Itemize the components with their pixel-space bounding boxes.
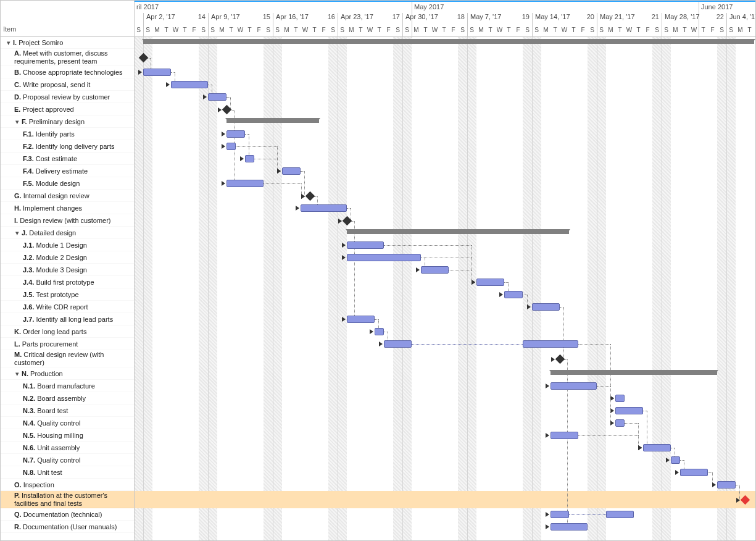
day-cell: S <box>328 24 338 36</box>
expand-caret-icon[interactable]: ▾ <box>6 38 12 46</box>
task-bar[interactable] <box>476 279 504 286</box>
task-row[interactable]: ▾F. Preliminary design <box>1 115 134 128</box>
task-row[interactable]: H. Implement changes <box>1 202 134 214</box>
summary-bar[interactable] <box>226 118 319 123</box>
task-row[interactable]: N.6. Unit assembly <box>1 442 134 454</box>
task-bar[interactable] <box>523 340 578 348</box>
task-label: ▾J. Detailed design <box>1 229 134 237</box>
task-row[interactable]: A. Meet with customer, discuss requireme… <box>1 49 134 66</box>
task-bar[interactable] <box>550 432 578 439</box>
task-bar[interactable] <box>347 241 384 249</box>
task-row[interactable]: C. Write proposal, send it <box>1 78 134 91</box>
task-row[interactable]: F.1. Identify parts <box>1 128 134 140</box>
task-row[interactable]: N.2. Board assembly <box>1 392 134 405</box>
task-bar[interactable] <box>717 481 736 489</box>
task-row[interactable]: J.7. Identify all long lead parts <box>1 313 134 325</box>
task-row[interactable]: M. Critical design review (with customer… <box>1 350 134 367</box>
task-row[interactable]: K. Order long lead parts <box>1 325 134 338</box>
task-row[interactable]: ▾I. Project Somiro <box>1 36 134 49</box>
task-row[interactable]: E. Project approved <box>1 103 134 115</box>
day-cell: W <box>495 24 504 36</box>
task-bar[interactable] <box>143 69 171 76</box>
task-row[interactable]: G. Internal design review <box>1 190 134 202</box>
task-row[interactable]: P. Installation at the customer's facili… <box>1 491 134 508</box>
task-row[interactable]: J.6. Write CDR report <box>1 301 134 313</box>
task-bar[interactable] <box>550 523 588 531</box>
milestone-diamond-icon[interactable] <box>305 191 315 201</box>
task-label: N.6. Unit assembly <box>1 443 134 451</box>
task-row[interactable]: N.8. Unit test <box>1 466 134 479</box>
day-cell: S <box>588 24 597 36</box>
task-bar[interactable] <box>226 130 245 138</box>
task-row[interactable]: N.4. Quality control <box>1 417 134 429</box>
expand-caret-icon[interactable]: ▾ <box>14 229 20 237</box>
day-cell: S <box>208 24 217 36</box>
task-row[interactable]: B. Choose appropriate technologies <box>1 66 134 78</box>
task-bar[interactable] <box>347 316 375 323</box>
task-bar[interactable] <box>615 419 625 427</box>
task-bar[interactable] <box>643 444 671 451</box>
task-row[interactable]: F.4. Delivery estimate <box>1 165 134 177</box>
task-row[interactable]: N.5. Housing milling <box>1 429 134 442</box>
task-bar[interactable] <box>532 303 560 311</box>
task-label: J.3. Module 3 Design <box>1 266 134 274</box>
day-cell: F <box>189 24 199 36</box>
task-row[interactable]: ▾N. Production <box>1 367 134 380</box>
expand-caret-icon[interactable]: ▾ <box>14 117 20 125</box>
expand-caret-icon[interactable]: ▾ <box>14 369 20 377</box>
task-row[interactable]: F.3. Cost estimate <box>1 153 134 165</box>
task-bar[interactable] <box>606 511 634 518</box>
task-bar[interactable] <box>347 254 421 261</box>
task-row[interactable]: N.1. Board manufacture <box>1 380 134 392</box>
task-bar[interactable] <box>208 93 226 101</box>
task-row[interactable]: R. Documentation (User manuals) <box>1 521 134 533</box>
task-row[interactable]: L. Parts procurement <box>1 338 134 350</box>
task-bar[interactable] <box>226 143 236 150</box>
day-cell: F <box>254 24 264 36</box>
task-row[interactable]: N.7. Quality control <box>1 454 134 466</box>
task-bar[interactable] <box>421 266 449 274</box>
task-bar[interactable] <box>171 81 208 88</box>
day-cell: W <box>625 24 634 36</box>
task-bar[interactable] <box>680 469 708 476</box>
day-cell: S <box>726 24 736 36</box>
task-row[interactable]: O. Inspection <box>1 479 134 491</box>
task-bar[interactable] <box>671 456 680 464</box>
task-list[interactable]: ▾I. Project SomiroA. Meet with customer,… <box>1 36 135 540</box>
task-row[interactable]: J.1. Module 1 Design <box>1 239 134 251</box>
day-cell: T <box>375 24 384 36</box>
task-row[interactable]: N.3. Board test <box>1 405 134 417</box>
summary-bar[interactable] <box>143 39 754 44</box>
task-row[interactable]: J.4. Build first prototype <box>1 276 134 288</box>
gantt-chart-body[interactable] <box>134 36 755 540</box>
day-cell: T <box>486 24 495 36</box>
task-bar[interactable] <box>550 511 569 518</box>
task-row[interactable]: ▾J. Detailed design <box>1 227 134 239</box>
task-bar[interactable] <box>301 204 347 212</box>
task-label: ▾I. Project Somiro <box>1 38 134 46</box>
task-label: L. Parts procurement <box>1 340 134 348</box>
task-row[interactable]: D. Proposal review by customer <box>1 91 134 103</box>
task-bar[interactable] <box>226 180 264 187</box>
task-label: F.5. Module design <box>1 179 134 187</box>
task-row[interactable]: F.5. Module design <box>1 177 134 190</box>
task-bar[interactable] <box>504 291 523 298</box>
task-row[interactable]: J.5. Test prototype <box>1 288 134 301</box>
summary-bar[interactable] <box>347 229 569 234</box>
task-row[interactable]: J.3. Module 3 Design <box>1 264 134 276</box>
summary-bar[interactable] <box>550 370 717 375</box>
week-cell: Apr 30, '1718 <box>402 13 467 24</box>
task-bar[interactable] <box>384 340 412 348</box>
task-label: E. Project approved <box>1 105 134 113</box>
task-bar[interactable] <box>615 407 643 414</box>
task-bar[interactable] <box>615 395 625 402</box>
task-bar[interactable] <box>245 155 254 162</box>
task-bar[interactable] <box>282 167 301 175</box>
task-row[interactable]: F.2. Identify long delivery parts <box>1 140 134 153</box>
task-bar[interactable] <box>550 382 597 390</box>
task-bar[interactable] <box>375 328 384 335</box>
task-row[interactable]: I. Design review (with customer) <box>1 214 134 227</box>
task-row[interactable]: Q. Documentation (technical) <box>1 508 134 521</box>
task-label: ▾N. Production <box>1 369 134 377</box>
task-row[interactable]: J.2. Module 2 Design <box>1 251 134 264</box>
